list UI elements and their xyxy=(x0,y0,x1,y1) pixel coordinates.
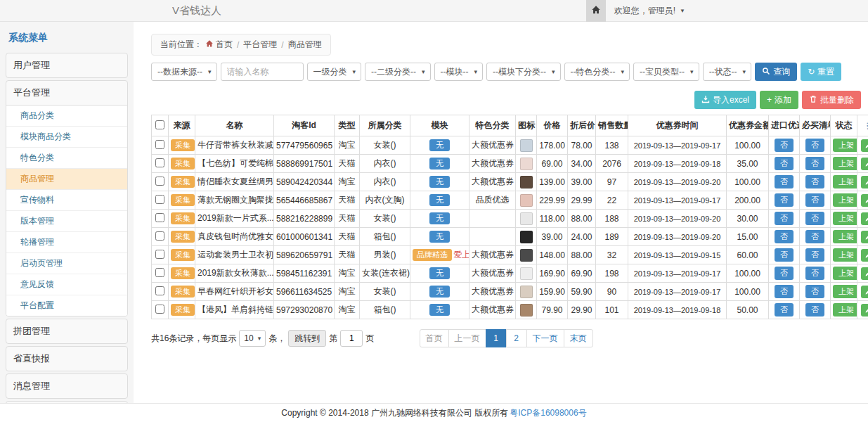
status-button[interactable]: 上架 xyxy=(833,212,857,225)
sidebar-group-toggle[interactable]: 平台管理 xyxy=(6,81,127,105)
edit-button[interactable] xyxy=(861,231,868,243)
must-buy-toggle[interactable]: 否 xyxy=(805,175,824,188)
sidebar-item[interactable]: 商品分类 xyxy=(6,106,127,127)
import-select-toggle[interactable]: 否 xyxy=(775,285,793,298)
sidebar-item[interactable]: 模块商品分类 xyxy=(6,127,127,148)
batch-delete-button[interactable]: 批量删除 xyxy=(802,91,861,109)
import-select-toggle[interactable]: 否 xyxy=(775,139,793,152)
jump-page-input[interactable] xyxy=(340,330,363,347)
row-checkbox[interactable] xyxy=(155,231,164,241)
filter-select[interactable]: --模块--▾ xyxy=(434,63,484,81)
row-checkbox[interactable] xyxy=(155,195,164,204)
import-select-toggle[interactable]: 否 xyxy=(775,157,793,170)
source-badge: 采集 xyxy=(171,212,195,225)
import-select-toggle[interactable]: 否 xyxy=(775,267,793,280)
must-buy-toggle[interactable]: 否 xyxy=(805,303,824,316)
sidebar-item[interactable]: 平台配置 xyxy=(6,295,127,316)
page-button[interactable]: 2 xyxy=(506,329,527,347)
sidebar-item[interactable]: 特色分类 xyxy=(6,148,127,169)
add-button[interactable]: + 添加 xyxy=(760,91,798,109)
edit-button[interactable] xyxy=(861,194,868,207)
import-select-toggle-cell: 否 xyxy=(769,136,800,155)
filter-select[interactable]: --模块下分类--▾ xyxy=(486,63,561,81)
coupon-amount: 200.00 xyxy=(727,191,769,210)
status-button[interactable]: 上架 xyxy=(833,285,857,298)
edit-button[interactable] xyxy=(861,158,868,170)
filter-select-source[interactable]: --数据来源-- ▾ xyxy=(151,63,217,81)
sidebar-item[interactable]: 版本管理 xyxy=(6,211,127,232)
sidebar-group-toggle[interactable]: 拼团管理 xyxy=(6,319,127,343)
sidebar-group-toggle[interactable]: 消息管理 xyxy=(6,374,127,398)
row-checkbox[interactable] xyxy=(155,286,164,295)
import-select-toggle[interactable]: 否 xyxy=(775,193,793,207)
row-checkbox[interactable] xyxy=(155,213,164,222)
row-checkbox[interactable] xyxy=(155,250,164,259)
icp-link[interactable]: 粤ICP备16098006号 xyxy=(510,407,586,419)
sidebar-item[interactable]: 启动页管理 xyxy=(6,253,127,274)
page-button[interactable]: 1 xyxy=(486,329,507,347)
must-buy-toggle[interactable]: 否 xyxy=(805,267,824,280)
must-buy-toggle[interactable]: 否 xyxy=(805,139,824,152)
edit-button[interactable] xyxy=(861,304,868,316)
sidebar-item[interactable]: 商品管理 xyxy=(6,169,127,190)
edit-button[interactable] xyxy=(861,139,868,152)
edit-button[interactable] xyxy=(861,267,868,280)
must-buy-toggle[interactable]: 否 xyxy=(805,230,824,243)
status-button[interactable]: 上架 xyxy=(833,248,857,262)
sidebar-item[interactable]: 意见反馈 xyxy=(6,274,127,295)
reset-button[interactable]: ↻ 重置 xyxy=(801,63,841,81)
filter-select[interactable]: --状态--▾ xyxy=(703,63,752,81)
import-excel-button[interactable]: 导入excel xyxy=(694,91,756,109)
row-checkbox[interactable] xyxy=(155,305,164,314)
status-button[interactable]: 上架 xyxy=(833,139,857,152)
status-button[interactable]: 上架 xyxy=(833,303,857,316)
sidebar-item[interactable]: 宣传物料 xyxy=(6,190,127,211)
filter-select[interactable]: --二级分类--▾ xyxy=(365,63,431,81)
page-button[interactable]: 末页 xyxy=(564,329,593,347)
sidebar-group-toggle[interactable]: 省直快报 xyxy=(6,347,127,371)
edit-button[interactable] xyxy=(861,212,868,225)
status-button[interactable]: 上架 xyxy=(833,175,857,188)
must-buy-toggle[interactable]: 否 xyxy=(805,285,824,298)
category: 女装() xyxy=(360,283,410,301)
import-excel-label: 导入excel xyxy=(713,94,749,106)
breadcrumb-home-link[interactable]: 首页 xyxy=(205,39,233,51)
user-menu[interactable]: 欢迎您，管理员! ▼ xyxy=(606,5,694,17)
import-select-toggle[interactable]: 否 xyxy=(775,230,793,243)
must-buy-toggle[interactable]: 否 xyxy=(805,193,824,207)
import-select-toggle[interactable]: 否 xyxy=(775,212,793,225)
select-all-checkbox[interactable] xyxy=(155,120,164,129)
row-checkbox[interactable] xyxy=(155,158,164,167)
category: 女装() xyxy=(360,210,410,228)
filter-select[interactable]: --特色分类--▾ xyxy=(564,63,630,81)
edit-button[interactable] xyxy=(861,176,868,188)
must-buy-toggle[interactable]: 否 xyxy=(805,212,824,225)
filter-select[interactable]: --宝贝类型--▾ xyxy=(633,63,699,81)
status-button[interactable]: 上架 xyxy=(833,193,857,207)
home-button[interactable] xyxy=(586,0,606,22)
row-checkbox[interactable] xyxy=(155,268,164,277)
import-select-toggle[interactable]: 否 xyxy=(775,303,793,316)
sidebar-item[interactable]: 轮播管理 xyxy=(6,232,127,253)
page-button[interactable]: 下一页 xyxy=(526,329,564,347)
row-checkbox[interactable] xyxy=(155,140,164,149)
search-button[interactable]: 查询 xyxy=(755,63,797,81)
import-select-toggle[interactable]: 否 xyxy=(775,248,793,262)
status-button[interactable]: 上架 xyxy=(833,157,857,170)
status-button[interactable]: 上架 xyxy=(833,267,857,280)
must-buy-toggle[interactable]: 否 xyxy=(805,157,824,170)
row-checkbox[interactable] xyxy=(155,177,164,186)
page-size-select[interactable]: 10 ▾ xyxy=(239,330,266,347)
coupon-time: 2019-09-13—2019-09-17 xyxy=(628,191,727,210)
status-button[interactable]: 上架 xyxy=(833,230,857,243)
import-select-toggle[interactable]: 否 xyxy=(775,175,793,188)
jump-button[interactable]: 跳转到 xyxy=(288,330,326,347)
breadcrumb-item-platform[interactable]: 平台管理 xyxy=(243,39,277,51)
edit-button[interactable] xyxy=(861,286,868,298)
sidebar-group-toggle[interactable]: 用户管理 xyxy=(6,53,127,77)
name-search-input[interactable] xyxy=(221,63,304,81)
must-buy-toggle[interactable]: 否 xyxy=(805,248,824,262)
edit-button[interactable] xyxy=(861,249,868,262)
column-header: 销售数量 xyxy=(596,115,628,136)
filter-select[interactable]: 一级分类▾ xyxy=(307,63,362,81)
